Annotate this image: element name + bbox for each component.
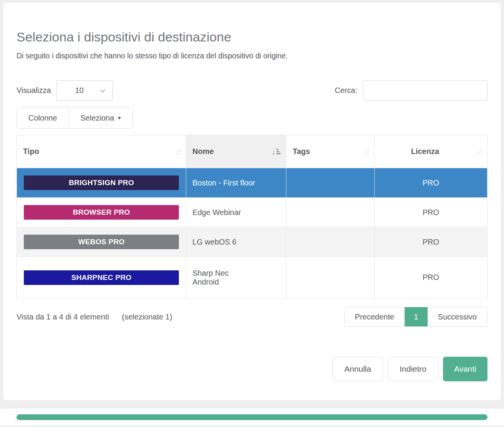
device-license: PRO bbox=[374, 198, 487, 227]
search-control: Cerca: bbox=[335, 80, 487, 101]
select-dropdown-button[interactable]: Seleziona ▾ bbox=[69, 108, 132, 128]
wizard-dialog: Seleziona i dispositivi di destinazione … bbox=[3, 2, 501, 401]
next-button[interactable]: Avanti bbox=[443, 357, 487, 381]
device-license: PRO bbox=[374, 168, 487, 198]
sort-icon: ↓↑ bbox=[476, 147, 482, 156]
column-header-label: Licenza bbox=[411, 147, 439, 156]
column-header-label: Tags bbox=[292, 147, 310, 156]
page-length-label: Visualizza bbox=[17, 86, 51, 95]
table-row[interactable]: WEBOS PRO LG webOS 6 PRO bbox=[17, 227, 487, 257]
pagination-previous-button[interactable]: Precedente bbox=[345, 307, 405, 326]
device-name: LG webOS 6 bbox=[186, 227, 286, 257]
search-input[interactable] bbox=[363, 80, 487, 101]
table-controls: Visualizza 10 Cerca: bbox=[17, 80, 487, 101]
devices-table: Tipo ↓↑ Nome ↓ Tags ↓↑ Licenza ↓↑ bbox=[17, 135, 487, 298]
column-header-label: Tipo bbox=[23, 147, 39, 156]
device-license: PRO bbox=[374, 257, 487, 298]
sort-icon: ↓↑ bbox=[364, 147, 369, 156]
pagination: Precedente 1 Successivo bbox=[344, 307, 487, 327]
bottom-status-strip bbox=[0, 409, 504, 425]
select-dropdown-label: Seleziona bbox=[81, 114, 114, 122]
table-row[interactable]: SHARPNEC PRO Sharp Nec Android PRO bbox=[17, 257, 487, 298]
page-length-control: Visualizza 10 bbox=[17, 80, 113, 101]
table-info-selected: (selezionate 1) bbox=[122, 313, 172, 321]
pagination-next-button[interactable]: Successivo bbox=[428, 307, 487, 326]
table-info: Vista da 1 a 4 di 4 elementi (selezionat… bbox=[17, 313, 172, 321]
search-label: Cerca: bbox=[335, 86, 357, 95]
page-subtitle: Di seguito i dispositivi che hanno lo st… bbox=[17, 51, 487, 60]
table-info-range: Vista da 1 a 4 di 4 elementi bbox=[17, 313, 109, 321]
device-type-badge: BRIGHTSIGN PRO bbox=[24, 175, 179, 190]
device-tags bbox=[286, 168, 374, 198]
sort-asc-icon: ↓ bbox=[271, 147, 281, 156]
table-header-row: Tipo ↓↑ Nome ↓ Tags ↓↑ Licenza ↓↑ bbox=[17, 135, 487, 168]
chevron-down-icon bbox=[100, 86, 106, 95]
device-name: Edge Webinar bbox=[186, 198, 286, 227]
table-row[interactable]: BROWSER PRO Edge Webinar PRO bbox=[17, 198, 487, 227]
column-header-nome[interactable]: Nome ↓ bbox=[186, 135, 286, 168]
column-header-label: Nome bbox=[192, 147, 214, 156]
device-type-badge: BROWSER PRO bbox=[24, 205, 179, 220]
column-header-tags[interactable]: Tags ↓↑ bbox=[286, 135, 374, 168]
page-length-value: 10 bbox=[75, 86, 84, 95]
device-tags bbox=[286, 198, 374, 227]
dialog-actions: Annulla Indietro Avanti bbox=[17, 357, 487, 381]
device-type-badge: WEBOS PRO bbox=[24, 235, 179, 249]
back-button[interactable]: Indietro bbox=[388, 357, 438, 381]
page-title: Seleziona i dispositivi di destinazione bbox=[17, 30, 487, 45]
columns-button-label: Colonne bbox=[28, 114, 57, 122]
table-footer: Vista da 1 a 4 di 4 elementi (selezionat… bbox=[17, 307, 487, 327]
pagination-current-page[interactable]: 1 bbox=[405, 307, 428, 326]
progress-bar bbox=[17, 414, 487, 420]
cancel-button[interactable]: Annulla bbox=[332, 357, 383, 381]
table-row[interactable]: BRIGHTSIGN PRO Boston - First floor PRO bbox=[17, 168, 487, 198]
table-button-group: Colonne Seleziona ▾ bbox=[17, 107, 133, 129]
device-type-badge: SHARPNEC PRO bbox=[24, 270, 179, 285]
sort-icon: ↓↑ bbox=[175, 147, 180, 156]
column-header-licenza[interactable]: Licenza ↓↑ bbox=[374, 135, 487, 168]
columns-button[interactable]: Colonne bbox=[17, 108, 69, 128]
device-name: Sharp Nec Android bbox=[186, 257, 286, 298]
column-header-tipo[interactable]: Tipo ↓↑ bbox=[17, 135, 186, 168]
caret-down-icon: ▾ bbox=[118, 114, 121, 121]
device-name: Boston - First floor bbox=[186, 168, 286, 198]
page-length-select[interactable]: 10 bbox=[56, 80, 113, 101]
device-tags bbox=[286, 227, 374, 257]
device-tags bbox=[286, 257, 374, 298]
device-license: PRO bbox=[374, 227, 487, 257]
